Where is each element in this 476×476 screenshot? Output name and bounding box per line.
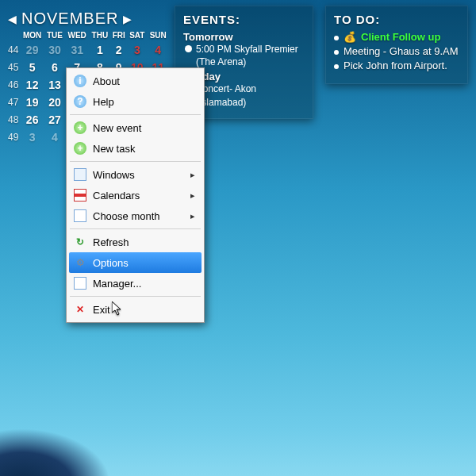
events-title: EVENTS:: [183, 13, 305, 26]
weekday-label: WED: [65, 29, 89, 41]
gear-icon: ⚙: [74, 256, 86, 269]
calendar-day[interactable]: 4: [44, 129, 65, 146]
weekday-label: FRI: [110, 29, 127, 41]
month-icon: [74, 209, 86, 222]
menu-refresh[interactable]: ↻Refresh: [69, 232, 202, 252]
todo-text: Client Follow up: [361, 31, 440, 43]
weekday-label: THU: [89, 29, 110, 41]
weekday-label: MON: [20, 29, 44, 41]
weekday-label: SAT: [127, 29, 147, 41]
menu-windows[interactable]: Windows: [69, 164, 202, 185]
event-text: 5:00 PM Skyfall Premier (The Arena): [196, 43, 305, 68]
menu-label: New event: [93, 122, 141, 134]
menu-label: Windows: [93, 169, 135, 181]
todo-item[interactable]: 💰Client Follow up: [334, 31, 459, 43]
menu-about[interactable]: iAbout: [69, 71, 202, 91]
menu-calendars[interactable]: Calendars: [69, 185, 202, 205]
menu-label: Help: [93, 96, 114, 108]
bullet-icon: [334, 36, 339, 40]
month-label: NOVEMBER: [21, 10, 118, 28]
close-icon: ✕: [74, 303, 86, 316]
calendar-day[interactable]: 26: [20, 111, 44, 129]
menu-separator: [70, 296, 201, 297]
week-number: 46: [6, 76, 20, 94]
info-icon: i: [74, 75, 86, 87]
menu-help[interactable]: ?Help: [69, 91, 202, 112]
menu-options[interactable]: ⚙Options: [69, 252, 202, 273]
calendar-day[interactable]: 29: [20, 41, 44, 59]
menu-separator: [70, 228, 201, 229]
bullet-icon: [185, 45, 192, 52]
calendar-header: ◀ NOVEMBER ▶: [6, 6, 169, 29]
context-menu: iAbout ?Help +New event +New task Window…: [66, 67, 205, 323]
menu-label: About: [93, 75, 120, 87]
manager-icon: [74, 277, 86, 290]
calendar-day[interactable]: 5: [20, 59, 44, 76]
calendar-day[interactable]: 12: [20, 76, 44, 94]
menu-label: Refresh: [93, 236, 129, 248]
help-icon: ?: [74, 95, 86, 108]
plus-icon: +: [74, 121, 86, 134]
todo-text: Meeting - Ghaus at 9.AM: [344, 45, 459, 57]
week-number: 48: [6, 111, 20, 129]
week-number: 45: [6, 59, 20, 76]
event-day-label: Tomorrow: [183, 31, 305, 43]
todo-panel: TO DO: 💰Client Follow upMeeting - Ghaus …: [325, 6, 468, 84]
menu-label: Exit: [93, 304, 110, 316]
menu-label: Options: [93, 257, 129, 269]
week-number: 44: [6, 41, 20, 59]
todo-item[interactable]: Pick John from Airport.: [334, 60, 459, 71]
calendar-day[interactable]: 19: [20, 94, 44, 111]
menu-separator: [70, 114, 201, 115]
next-month-icon[interactable]: ▶: [123, 13, 132, 25]
calendar-day[interactable]: 31: [65, 41, 89, 59]
calendar-day[interactable]: 20: [44, 94, 65, 111]
prev-month-icon[interactable]: ◀: [8, 13, 17, 25]
menu-label: Manager...: [93, 278, 141, 290]
menu-new-task[interactable]: +New task: [69, 138, 202, 159]
todo-text: Pick John from Airport.: [344, 60, 447, 71]
event-item[interactable]: 5:00 PM Skyfall Premier (The Arena): [185, 43, 305, 68]
bullet-icon: [334, 64, 339, 69]
menu-new-event[interactable]: +New event: [69, 117, 202, 138]
todo-item[interactable]: Meeting - Ghaus at 9.AM: [334, 45, 459, 57]
calendar-day[interactable]: 3: [20, 129, 44, 146]
weekday-label: SUN: [147, 29, 169, 41]
money-bag-icon: 💰: [344, 31, 356, 43]
todo-title: TO DO:: [334, 13, 459, 26]
calendar-icon: [74, 189, 86, 202]
windows-icon: [74, 168, 86, 181]
calendar-day[interactable]: 13: [44, 76, 65, 94]
bullet-icon: [334, 50, 339, 55]
weekday-label: TUE: [44, 29, 65, 41]
wallpaper-decoration: [0, 428, 111, 476]
calendar-day[interactable]: 3: [127, 41, 147, 59]
week-number: 47: [6, 94, 20, 111]
calendar-day[interactable]: 1: [89, 41, 110, 59]
calendar-day[interactable]: 27: [44, 111, 65, 129]
refresh-icon: ↻: [74, 236, 86, 248]
menu-label: Calendars: [93, 190, 140, 202]
menu-manager[interactable]: Manager...: [69, 273, 202, 294]
menu-label: Choose month: [93, 210, 160, 222]
menu-choose-month[interactable]: Choose month: [69, 205, 202, 226]
calendar-day[interactable]: 30: [44, 41, 65, 59]
menu-separator: [70, 161, 201, 162]
menu-label: New task: [93, 143, 135, 155]
calendar-day[interactable]: 6: [44, 59, 65, 76]
event-text: Concert- Akon (Islamabad): [196, 83, 305, 108]
calendar-day[interactable]: 2: [110, 41, 127, 59]
plus-icon: +: [74, 142, 86, 155]
calendar-day[interactable]: 4: [147, 41, 169, 59]
week-number: 49: [6, 129, 20, 146]
menu-exit[interactable]: ✕Exit: [69, 299, 202, 320]
